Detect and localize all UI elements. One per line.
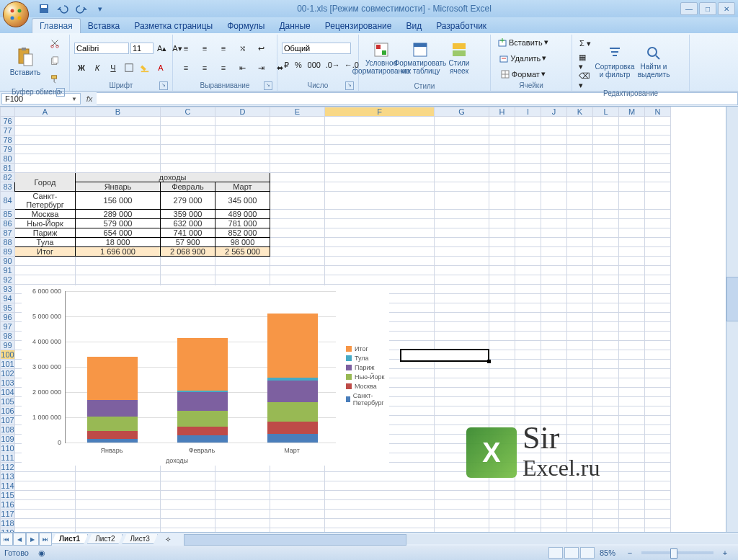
cell-K118[interactable]	[567, 519, 593, 528]
cell-L80[interactable]	[593, 154, 619, 164]
cell-M98[interactable]	[619, 332, 645, 341]
font-dialog-icon[interactable]: ↘	[159, 81, 168, 90]
cell-D88[interactable]: 98 000	[215, 238, 270, 247]
cell-H101[interactable]	[489, 360, 515, 369]
fx-icon[interactable]: fx	[82, 94, 97, 103]
ribbon-tab-6[interactable]: Вид	[399, 19, 429, 33]
cell-J86[interactable]	[541, 219, 567, 228]
row-header-79[interactable]: 79	[1, 145, 15, 154]
zoom-out-icon[interactable]: −	[621, 544, 639, 560]
cell-I95[interactable]	[515, 303, 541, 313]
cell-H77[interactable]	[489, 126, 515, 135]
cell-H78[interactable]	[489, 135, 515, 145]
paste-button[interactable]: Вставить	[7, 37, 43, 85]
row-header-89[interactable]: 89	[1, 247, 15, 257]
cell-J82[interactable]	[541, 173, 567, 182]
cell-G104[interactable]	[435, 388, 489, 397]
cell-E119[interactable]	[270, 528, 325, 533]
cell-I100[interactable]	[515, 350, 541, 360]
cell-H106[interactable]	[489, 406, 515, 416]
cell-E92[interactable]	[270, 275, 325, 285]
cell-N116[interactable]	[645, 500, 671, 510]
cell-B117[interactable]	[76, 510, 161, 519]
cell-E116[interactable]	[270, 500, 325, 510]
cell-A89[interactable]: Итог	[15, 247, 76, 257]
cell-C85[interactable]: 359 000	[161, 210, 215, 219]
cell-L103[interactable]	[593, 378, 619, 388]
comma-icon[interactable]: 000	[306, 56, 323, 74]
cell-J78[interactable]	[541, 135, 567, 145]
cell-J80[interactable]	[541, 154, 567, 164]
col-header-E[interactable]: E	[270, 107, 325, 117]
cell-C115[interactable]	[161, 491, 215, 500]
cell-J92[interactable]	[541, 275, 567, 285]
cell-L92[interactable]	[593, 275, 619, 285]
cell-G81[interactable]	[435, 164, 489, 173]
cell-N97[interactable]	[645, 322, 671, 332]
cell-K100[interactable]	[567, 350, 593, 360]
row-header-99[interactable]: 99	[1, 341, 15, 350]
cell-E76[interactable]	[270, 117, 325, 126]
cell-M97[interactable]	[619, 322, 645, 332]
cell-J102[interactable]	[541, 369, 567, 378]
currency-icon[interactable]: ₽	[282, 56, 291, 74]
font-name-combo[interactable]	[74, 43, 129, 54]
cell-N87[interactable]	[645, 228, 671, 238]
cell-J95[interactable]	[541, 303, 567, 313]
cell-I104[interactable]	[515, 388, 541, 397]
cell-B113[interactable]	[76, 472, 161, 481]
cell-I115[interactable]	[515, 491, 541, 500]
cell-K103[interactable]	[567, 378, 593, 388]
cell-G102[interactable]	[435, 369, 489, 378]
cell-A86[interactable]: Нью-Йорк	[15, 219, 76, 228]
vertical-scrollbar[interactable]	[726, 107, 738, 532]
cell-D87[interactable]: 852 000	[215, 228, 270, 238]
cell-J97[interactable]	[541, 322, 567, 332]
cell-J119[interactable]	[541, 528, 567, 533]
cell-G83[interactable]	[435, 182, 489, 192]
cell-E89[interactable]	[270, 247, 325, 257]
cell-L106[interactable]	[593, 406, 619, 416]
cell-H117[interactable]	[489, 510, 515, 519]
cell-A113[interactable]	[15, 472, 76, 481]
tab-nav-prev-icon[interactable]: ◀	[13, 533, 26, 546]
cell-N99[interactable]	[645, 341, 671, 350]
row-header-84[interactable]: 84	[1, 192, 15, 210]
cell-H84[interactable]	[489, 192, 515, 210]
cell-G82[interactable]	[435, 173, 489, 182]
cell-F86[interactable]	[325, 219, 435, 228]
qat-save-icon[interactable]	[36, 1, 52, 17]
namebox-dropdown-icon[interactable]: ▼	[71, 96, 77, 102]
cell-J99[interactable]	[541, 341, 567, 350]
cell-K95[interactable]	[567, 303, 593, 313]
cell-G105[interactable]	[435, 397, 489, 406]
cell-M76[interactable]	[619, 117, 645, 126]
sort-filter-button[interactable]: Сортировка и фильтр	[597, 38, 633, 86]
cell-I86[interactable]	[515, 219, 541, 228]
normal-view-icon[interactable]	[548, 547, 563, 559]
col-header-K[interactable]: K	[567, 107, 593, 117]
cell-K99[interactable]	[567, 341, 593, 350]
legend-item[interactable]: Тула	[346, 355, 389, 362]
cell-H103[interactable]	[489, 378, 515, 388]
cell-K101[interactable]	[567, 360, 593, 369]
ribbon-tab-7[interactable]: Разработчик	[429, 19, 494, 33]
row-header-77[interactable]: 77	[1, 126, 15, 135]
cell-J116[interactable]	[541, 500, 567, 510]
cell-H86[interactable]	[489, 219, 515, 228]
cell-C84[interactable]: 279 000	[161, 192, 215, 210]
cell-H76[interactable]	[489, 117, 515, 126]
cell-G119[interactable]	[435, 528, 489, 533]
grow-font-icon[interactable]: A▴	[155, 40, 169, 57]
cell-A77[interactable]	[15, 126, 76, 135]
cell-D117[interactable]	[215, 510, 270, 519]
sheet-tab-2[interactable]: Лист3	[122, 534, 157, 544]
row-header-106[interactable]: 106	[1, 406, 15, 416]
percent-icon[interactable]: %	[293, 56, 304, 74]
cell-M116[interactable]	[619, 500, 645, 510]
cell-H102[interactable]	[489, 369, 515, 378]
cell-B88[interactable]: 18 000	[76, 238, 161, 247]
cell-B80[interactable]	[76, 154, 161, 164]
cell-J118[interactable]	[541, 519, 567, 528]
cell-J93[interactable]	[541, 285, 567, 294]
